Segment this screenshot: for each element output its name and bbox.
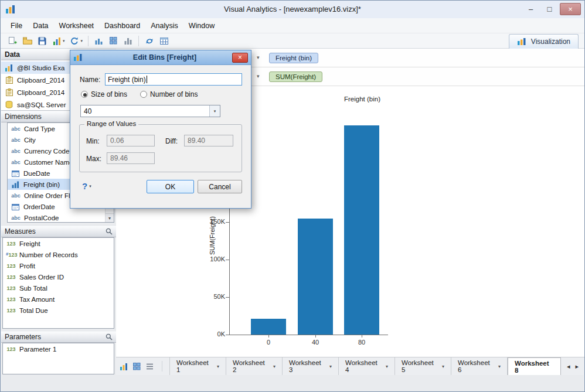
shelf-pill[interactable]: SUM(Freight)	[269, 71, 322, 82]
data-source-label: sa@SQL Server	[17, 101, 66, 108]
caret-down-icon[interactable]: ▾	[386, 364, 388, 369]
bar[interactable]	[344, 125, 379, 335]
ok-button[interactable]: OK	[147, 180, 194, 193]
prev-tab-icon[interactable]: ◂	[567, 363, 570, 370]
maximize-button[interactable]: □	[541, 3, 558, 15]
title-bar: Visual Analytics - [newexamplev16.vizx]*…	[1, 1, 584, 18]
scroll-down-icon[interactable]: ▾	[106, 213, 114, 222]
open-button[interactable]	[20, 35, 35, 47]
worksheet-tab[interactable]: Worksheet 8	[508, 357, 561, 375]
name-label: Name:	[80, 76, 100, 84]
chart-type-button[interactable]: ▾	[49, 35, 67, 47]
chart-view-icon[interactable]	[120, 363, 128, 370]
field-label: City	[24, 137, 36, 144]
dialog-title: Edit Bins [Freight]	[82, 53, 247, 62]
visualization-tab[interactable]: Visualization	[509, 34, 579, 49]
dialog-close-button[interactable]: ×	[232, 53, 248, 63]
field-label: Card Type	[24, 125, 55, 132]
db-icon	[4, 101, 14, 108]
table-button[interactable]	[157, 35, 171, 47]
caret-down-icon[interactable]: ▾	[498, 364, 501, 369]
radio-icon	[140, 91, 147, 98]
measure-item[interactable]: 123Total Due	[3, 305, 114, 316]
measure-item[interactable]: 123Tax Amount	[3, 294, 114, 305]
column-chart-button[interactable]	[121, 35, 135, 47]
y-tick-label: 100K	[203, 255, 225, 263]
grid-view-icon[interactable]	[133, 363, 141, 370]
measure-item[interactable]: 123Sales Order ID	[3, 271, 114, 282]
y-tick-label: 0K	[203, 330, 225, 338]
date-icon	[11, 203, 21, 210]
field-label: Freight	[19, 240, 40, 247]
menu-file[interactable]: File	[5, 19, 28, 32]
worksheet-tab[interactable]: Worksheet 2▾	[226, 357, 283, 375]
save-button[interactable]	[35, 35, 49, 47]
chevron-down-icon[interactable]: ▾	[209, 105, 220, 117]
caret-down-icon: ▾	[81, 39, 83, 43]
toolbar-buttons: ▾▾	[5, 35, 171, 47]
worksheet-tab[interactable]: Worksheet 1▾	[170, 357, 226, 375]
caret-down-icon: ▾	[89, 184, 91, 189]
measure-item[interactable]: 123Freight	[3, 238, 114, 249]
minimize-button[interactable]: –	[522, 3, 539, 15]
measure-item[interactable]: 123Sub Total	[3, 282, 114, 294]
open-icon	[22, 37, 32, 45]
min-input: 0.06	[107, 135, 155, 146]
field-label: Customer Name	[24, 159, 73, 166]
menu-analysis[interactable]: Analysis	[145, 19, 183, 32]
shelf-pill[interactable]: Freight (bin)	[269, 53, 318, 63]
shelf-dropdown-icon[interactable]: ▾	[257, 73, 260, 79]
parameter-item[interactable]: 123Parameter 1	[3, 343, 114, 354]
menu-data[interactable]: Data	[28, 19, 53, 32]
dialog-title-bar[interactable]: Edit Bins [Freight] ×	[70, 50, 251, 65]
measure-item[interactable]: 123Profit	[3, 260, 114, 271]
bar[interactable]	[298, 219, 333, 335]
worksheet-tab[interactable]: Worksheet 4▾	[339, 357, 395, 375]
worksheet-tab[interactable]: Worksheet 6▾	[451, 357, 508, 375]
list-view-icon[interactable]	[146, 363, 154, 370]
data-source-label: Clipboard_2014	[17, 77, 64, 84]
bar[interactable]	[251, 319, 286, 335]
radio-number-of-bins[interactable]: Number of bins	[140, 90, 198, 98]
caret-down-icon[interactable]: ▾	[217, 364, 219, 369]
caret-down-icon[interactable]: ▾	[273, 364, 276, 369]
name-input[interactable]: Freight (bin)	[105, 73, 242, 86]
shelf-dropdown-icon[interactable]: ▾	[257, 54, 260, 60]
bin-size-combobox[interactable]: 40 ▾	[80, 105, 220, 117]
diff-input: 89.40	[184, 135, 233, 146]
dimension-item[interactable]: abcPostalCode	[8, 212, 114, 223]
refresh-button[interactable]: ▾	[67, 35, 86, 47]
swap-button[interactable]	[142, 35, 157, 47]
window-controls: – □ ×	[522, 3, 581, 15]
view-switcher	[116, 357, 169, 375]
next-tab-icon[interactable]: ▸	[575, 363, 579, 370]
new-button[interactable]	[5, 35, 20, 47]
close-button[interactable]: ×	[560, 3, 581, 15]
worksheet-tab[interactable]: Worksheet 5▾	[395, 357, 451, 375]
data-source-label: @BI Studio Exa	[17, 64, 64, 71]
radio-size-of-bins[interactable]: Size of bins	[81, 90, 127, 98]
grid-button[interactable]	[106, 35, 121, 47]
caret-down-icon[interactable]: ▾	[442, 364, 444, 369]
field-label: OrderDate	[23, 203, 55, 210]
search-icon[interactable]	[106, 333, 113, 340]
y-tick-label: 50K	[203, 293, 225, 300]
data-source-label: Clipboard_2014	[17, 89, 64, 96]
help-button[interactable]: ? ▾	[82, 181, 91, 191]
clipboard-icon	[4, 76, 14, 84]
worksheet-tab[interactable]: Worksheet 3▾	[283, 357, 339, 375]
field-label: DueDate	[23, 170, 50, 177]
menu-worksheet[interactable]: Worksheet	[54, 19, 100, 32]
bar-chart-button[interactable]	[91, 35, 106, 47]
cancel-button[interactable]: Cancel	[198, 180, 242, 193]
app-logo-icon	[74, 54, 82, 61]
menu-window[interactable]: Window	[183, 19, 220, 32]
worksheet-tab-label: Worksheet 5	[402, 359, 438, 373]
number-icon: 123	[6, 285, 16, 291]
menu-dashboard[interactable]: Dashboard	[99, 19, 145, 32]
caret-down-icon[interactable]: ▾	[329, 364, 332, 369]
abc-icon: abc	[11, 193, 21, 199]
status-bar	[1, 375, 584, 391]
search-icon[interactable]	[106, 228, 113, 235]
measure-item[interactable]: #123Number of Records	[3, 249, 114, 260]
